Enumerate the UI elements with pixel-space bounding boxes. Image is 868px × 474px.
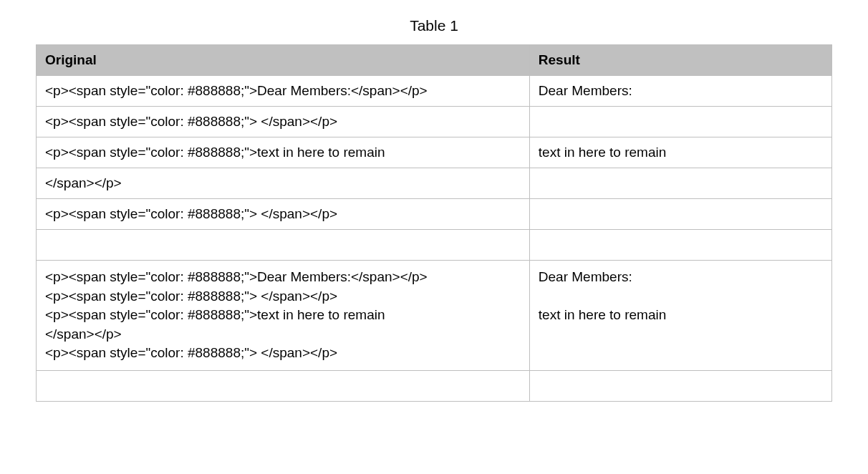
- cell-result: [529, 168, 831, 199]
- cell-result: Dear Members: text in here to remain: [529, 261, 831, 371]
- cell-original: <p><span style="color: #888888;">Dear Me…: [37, 76, 530, 107]
- table-row: [37, 230, 832, 261]
- table-row: <p><span style="color: #888888;">Dear Me…: [37, 76, 832, 107]
- table-row: <p><span style="color: #888888;">text in…: [37, 137, 832, 168]
- table-row: <p><span style="color: #888888;"> </span…: [37, 107, 832, 137]
- table-header-row: Original Result: [37, 45, 832, 76]
- table-row: <p><span style="color: #888888;">Dear Me…: [37, 261, 832, 371]
- table-title: Table 1: [36, 17, 832, 34]
- cell-result: [529, 230, 831, 261]
- header-original: Original: [37, 45, 530, 76]
- cell-original: <p><span style="color: #888888;"> </span…: [37, 107, 530, 137]
- cell-original: <p><span style="color: #888888;">Dear Me…: [37, 261, 530, 371]
- data-table: Original Result <p><span style="color: #…: [36, 44, 832, 402]
- cell-original: [37, 370, 530, 401]
- cell-result: Dear Members:: [529, 76, 831, 107]
- cell-original: <p><span style="color: #888888;"> </span…: [37, 199, 530, 230]
- header-result: Result: [529, 45, 831, 76]
- table-row: </span></p>: [37, 168, 832, 199]
- cell-result: [529, 107, 831, 137]
- cell-result: [529, 370, 831, 401]
- cell-original: </span></p>: [37, 168, 530, 199]
- cell-result: [529, 199, 831, 230]
- table-row: <p><span style="color: #888888;"> </span…: [37, 199, 832, 230]
- cell-result: text in here to remain: [529, 137, 831, 168]
- table-row: [37, 370, 832, 401]
- cell-original: [37, 230, 530, 261]
- cell-original: <p><span style="color: #888888;">text in…: [37, 137, 530, 168]
